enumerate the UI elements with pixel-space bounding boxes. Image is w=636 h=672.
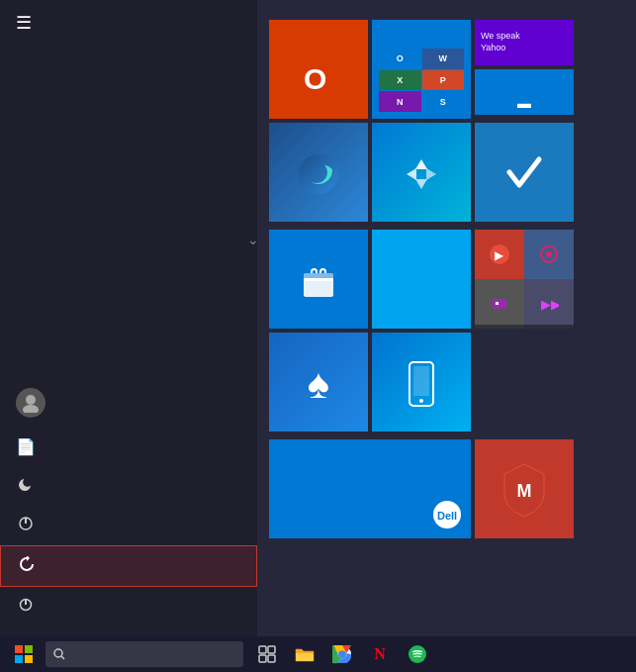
yahoo-tile[interactable]: We speakYahoo (475, 20, 574, 65)
photos-label (417, 210, 425, 216)
productivity-tiles: O O W X P N S We speakYahoo (269, 20, 624, 119)
power-icon (16, 597, 36, 617)
productivity-tiles-2 (269, 123, 624, 222)
svg-text:Dell: Dell (437, 510, 457, 522)
start-header: ☰ (0, 0, 257, 46)
svg-rect-24 (493, 299, 506, 309)
sleep-menu-item[interactable] (0, 466, 257, 506)
yahoo-text: We speakYahoo (481, 31, 520, 53)
svg-rect-42 (296, 653, 314, 661)
restart-icon (17, 556, 37, 576)
file-explorer-icon[interactable] (287, 636, 322, 672)
start-menu: ☰ 📄 (0, 0, 636, 636)
store-label (315, 317, 322, 323)
mcafee-tile[interactable]: M (475, 439, 574, 538)
power-menu-item[interactable] (0, 587, 257, 626)
office-label (269, 113, 368, 119)
store-tile[interactable] (269, 230, 368, 329)
svg-point-0 (26, 395, 36, 405)
checkmark-tile[interactable] (475, 123, 574, 222)
play-label (475, 325, 574, 329)
office-tile[interactable]: O (269, 20, 368, 119)
phone-tile[interactable] (372, 333, 471, 432)
shutdown-menu-item[interactable] (0, 506, 257, 545)
svg-point-36 (54, 649, 62, 657)
search-bar[interactable] (45, 641, 243, 667)
dell-logo: Dell (433, 501, 461, 528)
svg-rect-39 (268, 646, 275, 653)
play-tile[interactable]: ▶ ▶▶ (475, 230, 574, 329)
left-panel: ☰ 📄 (0, 0, 257, 636)
svg-point-23 (546, 251, 552, 257)
office-apps-tile[interactable]: O W X P N S (372, 20, 471, 119)
edge-label (315, 210, 322, 216)
sleep-icon (16, 476, 36, 496)
svg-rect-34 (15, 655, 23, 663)
chrome-icon[interactable] (324, 636, 360, 672)
edge-tile[interactable] (269, 123, 368, 222)
svg-point-29 (419, 399, 423, 403)
svg-rect-18 (304, 273, 333, 278)
start-button[interactable] (4, 636, 44, 672)
shutdown-icon (16, 516, 36, 535)
svg-rect-25 (496, 302, 499, 305)
svg-line-37 (61, 656, 64, 659)
mail-icon: ▬ (517, 95, 531, 111)
documents-menu-item[interactable]: 📄 (0, 428, 257, 466)
explore-tiles: ▶ ▶▶ (269, 230, 624, 329)
photos-tile[interactable] (372, 123, 471, 222)
solitaire-label (315, 420, 322, 426)
task-view-icon[interactable] (249, 636, 285, 672)
svg-text:O: O (304, 62, 326, 95)
netflix-icon[interactable]: N (362, 636, 398, 672)
avatar (16, 388, 45, 418)
svg-text:▶: ▶ (495, 248, 504, 262)
solitaire-tile[interactable]: ♠ (269, 333, 368, 432)
svg-text:▶▶: ▶▶ (541, 297, 559, 312)
svg-text:M: M (517, 481, 532, 501)
right-panel: O O W X P N S We speakYahoo (257, 0, 636, 636)
phone-label (417, 420, 425, 426)
svg-point-45 (409, 645, 426, 663)
svg-rect-32 (15, 645, 23, 653)
hamburger-icon[interactable]: ☰ (16, 12, 32, 34)
svg-rect-41 (268, 655, 275, 662)
svg-point-1 (23, 405, 39, 413)
mail-tile[interactable]: ▬ (475, 69, 574, 115)
dell-tiles: Dell M (269, 439, 624, 538)
svg-rect-35 (25, 655, 33, 663)
taskbar-icons: N (249, 636, 435, 672)
documents-icon: 📄 (16, 437, 36, 456)
user-section[interactable] (0, 378, 257, 428)
svg-rect-33 (25, 645, 33, 653)
search-icon (53, 648, 65, 660)
taskbar: N (0, 636, 636, 672)
mydell-tile[interactable]: Dell (269, 439, 471, 538)
svg-rect-28 (413, 366, 429, 396)
explore-tiles-2: ♠ (269, 333, 624, 432)
restart-menu-item[interactable] (0, 545, 257, 587)
svg-rect-40 (259, 655, 266, 662)
weather-tile[interactable] (372, 230, 471, 329)
chevron-indicator[interactable]: ⌄ (247, 232, 259, 247)
spotify-icon[interactable] (400, 636, 435, 672)
svg-rect-38 (259, 646, 266, 653)
